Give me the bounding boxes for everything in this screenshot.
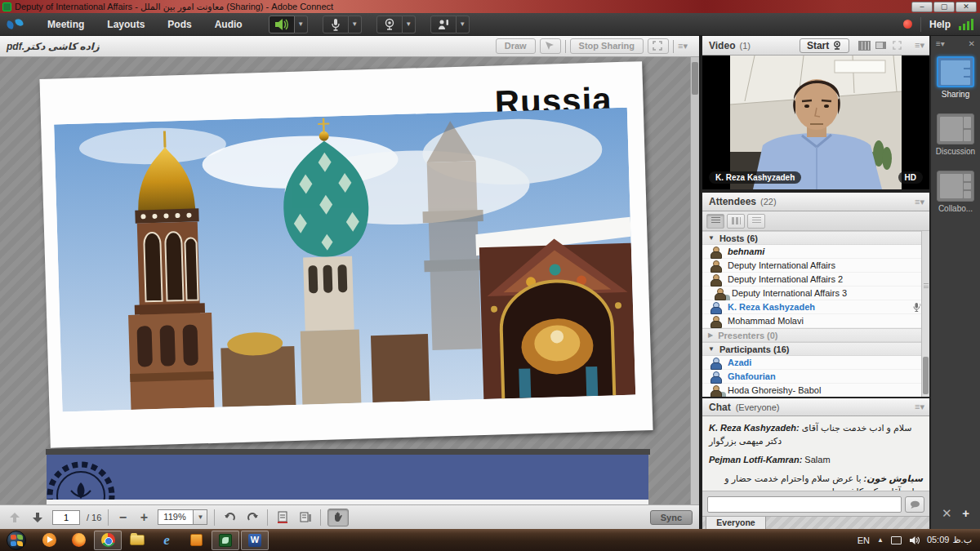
attendee-row[interactable]: Azadi [702, 356, 929, 370]
connection-signal-icon [959, 19, 973, 30]
video-pod-menu-icon[interactable]: ≡▾ [915, 40, 924, 51]
layout-sharing-thumbnail[interactable] [937, 56, 974, 87]
menu-pods[interactable]: Pods [156, 13, 203, 36]
webcam-icon [384, 18, 395, 31]
rotate-right-icon [247, 512, 259, 523]
pointer-tool-button[interactable] [540, 38, 561, 54]
zoom-in-button[interactable]: + [136, 510, 151, 525]
tray-expand-icon[interactable]: ▲ [877, 536, 884, 544]
attendee-row[interactable]: Mohammad Molavi [702, 314, 929, 328]
fit-page-button[interactable] [297, 509, 314, 526]
participants-group-header[interactable]: ▼Participants (16) [702, 342, 929, 356]
add-layout-icon[interactable]: + [962, 506, 969, 521]
fit-width-button[interactable] [274, 509, 291, 526]
page-down-button[interactable] [29, 509, 46, 526]
layout-discussion-label: Discussion [931, 147, 980, 156]
menu-layouts[interactable]: Layouts [96, 13, 156, 36]
taskbar-word-icon[interactable]: W [241, 531, 269, 550]
chat-pod-menu-icon[interactable]: ≡▾ [915, 402, 924, 412]
draw-button[interactable]: Draw [496, 38, 536, 54]
page-up-button[interactable] [7, 509, 23, 526]
attendees-pod-menu-icon[interactable]: ≡▾ [915, 197, 924, 207]
attendee-status-view-button[interactable] [747, 214, 765, 229]
close-button[interactable]: ✕ [956, 2, 977, 12]
rotate-left-button[interactable] [221, 509, 238, 526]
taskbar-office-icon[interactable] [182, 531, 210, 550]
host-icon [710, 260, 721, 271]
attendees-toolbar [702, 211, 929, 231]
video-grid-view-button[interactable] [856, 39, 872, 52]
layouts-close-icon[interactable]: ✕ [969, 39, 975, 48]
attendee-grid-view-button[interactable] [727, 214, 745, 229]
page-divider [46, 449, 650, 455]
presenters-group-header[interactable]: ▶Presenters (0) [702, 328, 929, 342]
attendees-scrollbar[interactable] [921, 231, 929, 397]
network-icon[interactable] [891, 536, 902, 544]
sync-button[interactable]: Sync [650, 510, 693, 525]
participant-icon [710, 371, 721, 382]
zoom-level-select[interactable]: 119% ▼ [158, 509, 207, 525]
share-pod-menu-icon[interactable]: ≡▾ [678, 41, 688, 51]
attendee-row[interactable]: behnami [702, 245, 929, 259]
menu-meeting[interactable]: Meeting [36, 13, 96, 36]
attendee-row-self[interactable]: K. Reza Kashyzadeh [702, 300, 929, 314]
layout-discussion-thumbnail[interactable] [937, 113, 974, 144]
raise-hand-dropdown[interactable]: ▼ [457, 16, 470, 33]
speech-bubble-icon [910, 500, 920, 509]
attendee-list-view-button[interactable] [706, 214, 724, 229]
attendee-row[interactable]: Deputy International Affairs 2 [702, 273, 929, 287]
speaker-dropdown[interactable]: ▼ [295, 16, 308, 33]
webcam-dropdown[interactable]: ▼ [403, 16, 416, 33]
fit-width-icon [277, 511, 288, 523]
start-button[interactable] [7, 531, 26, 550]
webcam-button[interactable] [376, 16, 403, 33]
speaker-button[interactable] [269, 16, 295, 33]
university-logo [47, 455, 153, 500]
taskbar-explorer-icon[interactable] [123, 531, 151, 550]
attendees-count: (22) [760, 197, 777, 207]
attendee-row[interactable]: Ghafourian [702, 370, 929, 384]
chat-title: Chat [709, 402, 731, 413]
adobe-connect-logo-icon [5, 17, 29, 32]
menu-audio[interactable]: Audio [203, 13, 254, 36]
hosts-group-header[interactable]: ▼Hosts (6) [702, 231, 929, 245]
zoom-caret-icon: ▼ [194, 509, 207, 525]
zoom-out-button[interactable]: − [115, 510, 130, 525]
taskbar-media-player-icon[interactable] [35, 531, 63, 550]
chat-send-button[interactable] [905, 496, 924, 513]
taskbar-chrome-icon[interactable] [94, 531, 122, 550]
chat-input[interactable] [707, 496, 902, 513]
attendee-row[interactable]: Hoda Ghoreishy- Babol [702, 384, 929, 397]
language-indicator[interactable]: EN [858, 535, 870, 545]
tab-everyone[interactable]: Everyone [706, 517, 766, 530]
attendee-row[interactable]: Deputy International Affairs 3 [702, 287, 929, 300]
video-pod-header: Video (1) Start ≡▾ [702, 36, 929, 56]
attendee-row[interactable]: Deputy International Affairs [702, 259, 929, 273]
page-number-input[interactable] [52, 510, 80, 525]
remove-layout-icon[interactable]: ✕ [942, 506, 952, 521]
layout-collaboration-thumbnail[interactable] [937, 171, 974, 202]
document-scrollbar[interactable] [690, 57, 699, 504]
rotate-right-button[interactable] [244, 509, 261, 526]
video-filmstrip-view-button[interactable] [872, 39, 889, 52]
help-menu[interactable]: Help [929, 19, 951, 30]
host-icon [710, 316, 721, 327]
taskbar-ie-icon[interactable]: e [153, 531, 180, 550]
raise-hand-button[interactable] [430, 16, 457, 33]
layouts-menu-icon[interactable]: ≡▾ [936, 39, 945, 48]
webcam-small-icon [832, 41, 842, 50]
maximize-button[interactable]: ▢ [933, 2, 955, 12]
microphone-dropdown[interactable]: ▼ [349, 16, 362, 33]
fullscreen-button[interactable] [648, 38, 669, 54]
clock[interactable]: 05:09ب.ظ [927, 535, 972, 545]
participant-mobile-icon [710, 385, 721, 396]
video-fullscreen-button[interactable] [889, 39, 905, 52]
microphone-button[interactable] [323, 16, 349, 33]
stop-sharing-button[interactable]: Stop Sharing [570, 38, 644, 54]
minimize-button[interactable]: – [911, 2, 933, 12]
taskbar-firefox-icon[interactable] [65, 531, 92, 550]
start-webcam-button[interactable]: Start [800, 38, 849, 53]
volume-icon[interactable] [909, 535, 920, 545]
pan-hand-tool-button[interactable] [327, 509, 349, 527]
taskbar-adobe-connect-icon[interactable] [212, 531, 239, 550]
